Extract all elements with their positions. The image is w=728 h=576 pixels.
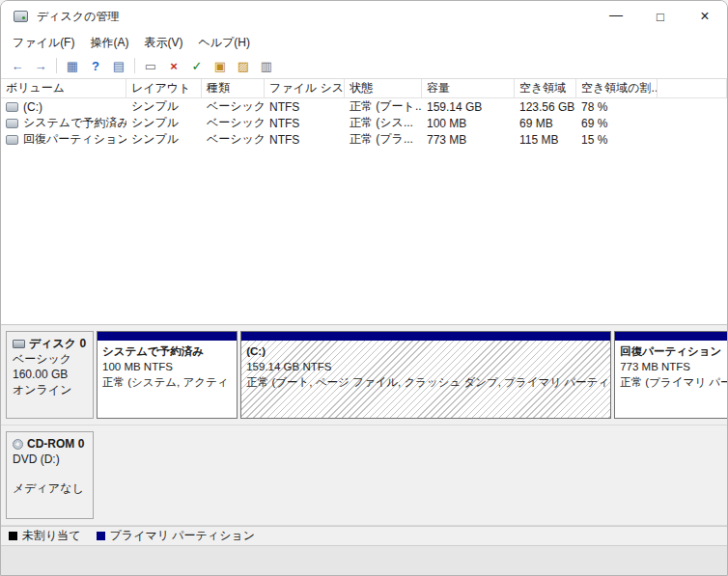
partition-recovery[interactable]: 回復パーティション 773 MB NTFS 正常 (プライマリ パーティション)	[614, 331, 728, 419]
cell-filesystem: NTFS	[265, 98, 345, 115]
col-layout[interactable]: レイアウト	[126, 79, 202, 97]
menubar: ファイル(F) 操作(A) 表示(V) ヘルプ(H)	[1, 32, 727, 53]
maximize-icon: □	[657, 10, 664, 24]
cell-type: ベーシック	[202, 115, 265, 131]
col-free-pct[interactable]: 空き領域の割...	[576, 79, 658, 97]
titlebar: ディスクの管理 — □ ×	[1, 1, 727, 32]
harddisk-icon	[13, 340, 25, 348]
partition-status: 正常 (ブート, ページ ファイル, クラッシュ ダンプ, プライマリ パーティ…	[246, 374, 605, 390]
col-status[interactable]: 状態	[345, 79, 422, 97]
menu-view[interactable]: 表示(V)	[136, 33, 190, 53]
table-row[interactable]: システムで予約済み シンプル ベーシック NTFS 正常 (シス... 100 …	[1, 115, 727, 131]
disk-status: オンライン	[13, 382, 87, 398]
properties-button[interactable]: ▭	[140, 56, 161, 76]
partition-size: 100 MB NTFS	[102, 359, 232, 374]
cell-layout: シンプル	[126, 131, 202, 148]
minimize-button[interactable]: —	[594, 1, 638, 32]
partition-title: 回復パーティション	[620, 343, 728, 359]
cell-filesystem: NTFS	[265, 131, 345, 148]
cell-free: 123.56 GB	[515, 98, 576, 115]
partition-status: 正常 (プライマリ パーティション)	[620, 374, 728, 390]
volume-icon	[6, 135, 18, 145]
open-button[interactable]: ▣	[210, 56, 231, 76]
back-button[interactable]: ←	[7, 56, 28, 76]
cell-status: 正常 (プラ...	[345, 131, 422, 148]
partition-size: 773 MB NTFS	[620, 359, 728, 374]
disk-type: DVD (D:)	[13, 452, 87, 467]
volume-list: ボリューム レイアウト 種類 ファイル システム 状態 容量 空き領域 空き領域…	[1, 79, 727, 324]
cell-free-pct: 15 %	[576, 131, 658, 148]
cell-volume: (C:)	[1, 98, 126, 115]
legend-primary-partition: プライマリ パーティション	[97, 528, 255, 544]
cell-volume: 回復パーティション	[1, 131, 126, 148]
col-volume[interactable]: ボリューム	[1, 79, 126, 97]
table-row[interactable]: 回復パーティション シンプル ベーシック NTFS 正常 (プラ... 773 …	[1, 131, 727, 148]
disk-status: メディアなし	[13, 480, 87, 496]
partition-system-reserved[interactable]: システムで予約済み 100 MB NTFS 正常 (システム, アクティ	[97, 331, 238, 419]
disk-0-label[interactable]: ディスク 0 ベーシック 160.00 GB オンライン	[6, 331, 94, 419]
cell-free-pct: 78 %	[576, 98, 658, 115]
partition-color-strip	[241, 332, 610, 341]
close-button[interactable]: ×	[683, 1, 727, 32]
close-icon: ×	[700, 8, 709, 25]
mark-active-button[interactable]: ✓	[186, 56, 208, 76]
partition-c[interactable]: (C:) 159.14 GB NTFS 正常 (ブート, ページ ファイル, ク…	[240, 331, 611, 419]
minimize-icon: —	[609, 7, 623, 22]
show-console-tree-button[interactable]: ▦	[62, 56, 83, 76]
cell-free: 115 MB	[515, 131, 576, 148]
cdrom-0-track	[97, 431, 717, 519]
graphical-view: ディスク 0 ベーシック 160.00 GB オンライン システムで予約済み 1…	[1, 324, 727, 526]
partition-size: 159.14 GB NTFS	[246, 359, 605, 374]
menu-file[interactable]: ファイル(F)	[5, 33, 82, 53]
show-action-pane-button[interactable]: ▤	[108, 56, 129, 76]
cell-layout: シンプル	[126, 98, 202, 115]
cell-free: 69 MB	[515, 115, 576, 131]
disk-0-track: システムで予約済み 100 MB NTFS 正常 (システム, アクティ (C:…	[97, 331, 728, 419]
caption-buttons: — □ ×	[594, 1, 727, 32]
explore-button[interactable]: ▨	[233, 56, 254, 76]
partition-color-strip	[615, 332, 728, 341]
spacer	[13, 467, 87, 480]
disk-size: 160.00 GB	[13, 367, 87, 382]
cell-type: ベーシック	[202, 98, 265, 115]
partition-color-strip	[98, 332, 237, 341]
toolbar-separator	[56, 58, 57, 73]
unallocated-swatch-icon	[9, 532, 17, 540]
window-bottom-filler	[1, 545, 727, 575]
col-filesystem[interactable]: ファイル システム	[265, 79, 345, 97]
toolbar: ← → ▦ ? ▤ ▭ × ✓ ▣ ▨ ▥	[1, 53, 727, 79]
view-options-button[interactable]: ▥	[256, 56, 277, 76]
col-type[interactable]: 種類	[202, 79, 265, 97]
cdrom-0-label[interactable]: CD-ROM 0 DVD (D:) メディアなし	[6, 431, 94, 519]
disk-name: ディスク 0	[29, 336, 86, 351]
cell-status: 正常 (シス...	[345, 115, 422, 131]
delete-volume-button[interactable]: ×	[163, 56, 184, 76]
table-row[interactable]: (C:) シンプル ベーシック NTFS 正常 (ブート... 159.14 G…	[1, 98, 727, 115]
cell-capacity: 100 MB	[422, 115, 515, 131]
col-capacity[interactable]: 容量	[422, 79, 515, 97]
cdrom-icon	[13, 439, 23, 450]
cell-free-pct: 69 %	[576, 115, 658, 131]
maximize-button[interactable]: □	[638, 1, 683, 32]
cell-capacity: 773 MB	[422, 131, 515, 148]
volume-icon	[6, 102, 18, 112]
legend-label: 未割り当て	[22, 528, 81, 544]
col-filler	[658, 79, 727, 97]
help-button[interactable]: ?	[85, 56, 106, 76]
legend-label: プライマリ パーティション	[110, 528, 255, 544]
cell-filesystem: NTFS	[265, 115, 345, 131]
cell-volume: システムで予約済み	[1, 115, 126, 131]
menu-action[interactable]: 操作(A)	[82, 33, 136, 53]
toolbar-separator	[134, 58, 135, 73]
disk-0-row: ディスク 0 ベーシック 160.00 GB オンライン システムで予約済み 1…	[1, 325, 727, 425]
col-free[interactable]: 空き領域	[515, 79, 576, 97]
forward-button[interactable]: →	[30, 56, 51, 76]
menu-help[interactable]: ヘルプ(H)	[190, 33, 258, 53]
legend: 未割り当て プライマリ パーティション	[1, 526, 727, 545]
cdrom-0-row: CD-ROM 0 DVD (D:) メディアなし	[1, 425, 727, 526]
partition-title: システムで予約済み	[102, 343, 232, 359]
primary-partition-swatch-icon	[97, 532, 105, 540]
window-title: ディスクの管理	[37, 9, 119, 25]
cell-capacity: 159.14 GB	[422, 98, 515, 115]
volume-icon	[6, 119, 18, 128]
